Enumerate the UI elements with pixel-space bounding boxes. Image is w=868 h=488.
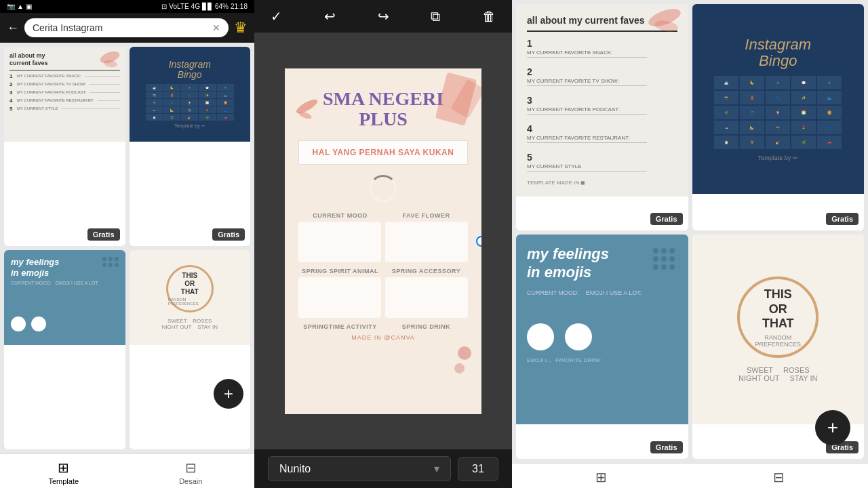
r-gratis-badge-1: Gratis — [650, 213, 683, 225]
canvas-footer: MADE IN @CANVA — [285, 334, 481, 341]
template-icon: ⊞ — [58, 460, 69, 476]
search-clear-button[interactable]: ✕ — [212, 22, 220, 33]
right-add-fab-button[interactable]: + — [815, 410, 850, 445]
bottom-toolbar: Nunito ▾ 31 — [254, 449, 512, 488]
check-button[interactable]: ✓ — [268, 5, 285, 27]
editor-panel: ✓ ↩ ↪ ⧉ 🗑 SMA NEGERI PLUS HAL YANG PERNA… — [254, 0, 512, 488]
templates-grid: all about mycurrent faves 1MY CURRENT FA… — [0, 43, 254, 453]
right-panel-wrapper: all about my current faves 1MY CURRENT F… — [512, 0, 868, 488]
font-selector[interactable]: Nunito ▾ — [268, 456, 451, 481]
right-template-card-1[interactable]: all about my current faves 1MY CURRENT F… — [516, 4, 688, 230]
section-label-mood: CURRENT MOOD — [298, 212, 382, 219]
volte-icon: VoLTE — [169, 3, 189, 10]
img-placeholder-3[interactable] — [298, 277, 381, 318]
back-button[interactable]: ← — [7, 21, 19, 35]
redo-button[interactable]: ↪ — [375, 5, 392, 27]
search-input-wrap[interactable]: Cerita Instagram ✕ — [24, 18, 229, 37]
search-text: Cerita Instagram — [33, 22, 102, 33]
add-fab-button[interactable]: + — [214, 379, 243, 409]
editor-toolbar: ✓ ↩ ↪ ⧉ 🗑 — [254, 0, 512, 33]
loading-spinner — [370, 175, 397, 202]
font-size-box[interactable]: 31 — [458, 457, 498, 481]
right-template-card-3[interactable]: my feelingsin emojis CURRENT MOOD: EMOJI… — [516, 235, 688, 459]
font-dropdown-icon: ▾ — [434, 462, 439, 475]
status-bar: 📷 ▲ ▣ ⊡ VoLTE 4G ▊▊ 64% 21:18 — [0, 0, 254, 13]
right-nav-template[interactable]: ⊞ — [512, 469, 690, 485]
section-label-activity: SPRINGTIME ACTIVITY — [298, 323, 382, 330]
section-label-flower: FAVE FLOWER — [384, 212, 468, 219]
wifi-icon: ▊▊ — [202, 3, 213, 10]
font-name: Nunito — [279, 463, 429, 475]
search-bar: ← Cerita Instagram ✕ ♛ — [0, 13, 254, 43]
template-card-2[interactable]: InstagramBingo ☕🦶✈💬✈ 📸🚪🐾✨👟 🌴🎵🍹🌅🍔 ☁📐📷💄👖 🪞… — [130, 47, 251, 246]
crown-icon: ♛ — [234, 19, 248, 37]
section-label-drink: SPRING DRINK — [384, 323, 468, 330]
canvas-subtitle: HAL YANG PERNAH SAYA KUKAN — [306, 148, 460, 157]
gratis-badge-2: Gratis — [212, 228, 245, 241]
right-design-icon: ⊟ — [773, 469, 785, 485]
section-label-accessory: SPRING ACCESSORY — [384, 268, 468, 274]
right-nav-design[interactable]: ⊟ — [690, 469, 869, 485]
template-label: Template — [48, 477, 79, 485]
copy-button[interactable]: ⧉ — [428, 6, 443, 27]
card4-title: THISORTHAT — [181, 272, 199, 296]
time: 21:18 — [231, 3, 248, 10]
status-right-icons: ⊡ VoLTE 4G ▊▊ 64% 21:18 — [161, 3, 248, 10]
right-template-card-2[interactable]: InstagramBingo ☕🦶✈💬✈ 📸🚪🐾✨👟 🌴🎵🍹🌅🍔 ☁📐📷💄👖 🪞… — [692, 4, 865, 230]
section-label-animal: SPRING SPIRIT ANIMAL — [298, 268, 382, 274]
template-card-3[interactable]: my feelingsin emojis CURRENT MOOD: EMOJI… — [4, 250, 125, 449]
cast-icon: ⊡ — [161, 3, 167, 10]
image-placeholders-2 — [298, 277, 468, 318]
right-template-card-4[interactable]: THISORTHAT RANDOMPREFERENCES SWEET ROSES… — [692, 235, 865, 459]
delete-button[interactable]: 🗑 — [479, 6, 498, 27]
img-placeholder-4[interactable] — [385, 277, 468, 318]
battery-icon: 64% — [215, 3, 229, 10]
r-gratis-badge-3: Gratis — [650, 441, 683, 453]
template-card-4[interactable]: THISORTHAT RANDOM PREFERENCES SWEET ROSE… — [130, 250, 251, 449]
nav-design[interactable]: ⊟ Desain — [127, 460, 255, 485]
r-gratis-badge-2: Gratis — [826, 213, 859, 225]
right-bottom-nav: ⊞ ⊟ — [512, 463, 868, 488]
right-template-icon: ⊞ — [595, 469, 607, 485]
status-left-icons: 📷 ▲ ▣ — [7, 3, 32, 10]
section-labels-3: SPRINGTIME ACTIVITY SPRING DRINK — [298, 323, 468, 330]
editor-canvas[interactable]: SMA NEGERI PLUS HAL YANG PERNAH SAYA KUK… — [254, 33, 512, 449]
right-panel: all about my current faves 1MY CURRENT F… — [512, 0, 868, 488]
image-placeholders-1 — [298, 222, 468, 262]
canvas-content: SMA NEGERI PLUS HAL YANG PERNAH SAYA KUK… — [285, 68, 481, 414]
undo-button[interactable]: ↩ — [321, 5, 338, 27]
card2-title: InstagramBingo — [169, 60, 211, 81]
img-placeholder-2[interactable] — [385, 222, 468, 262]
design-icon: ⊟ — [185, 460, 197, 476]
right-templates-grid: all about my current faves 1MY CURRENT F… — [512, 0, 868, 463]
screen-icon: ▣ — [26, 3, 32, 10]
alert-icon: ▲ — [17, 3, 24, 10]
img-placeholder-1[interactable] — [298, 222, 381, 262]
design-label: Desain — [179, 477, 202, 485]
network-icon: 4G — [191, 3, 200, 10]
gratis-badge-1: Gratis — [87, 228, 120, 241]
r-card2-title: InstagramBingo — [745, 37, 811, 69]
nav-template[interactable]: ⊞ Template — [0, 460, 127, 485]
bottom-nav: ⊞ Template ⊟ Desain — [0, 453, 254, 488]
bingo-grid: ☕🦶✈💬✈ 📸🚪🐾✨👟 🌴🎵🍹🌅🍔 ☁📐📷💄👖 🪞🏋💅🌿🚗 — [146, 84, 234, 121]
r-bingo-grid: ☕🦶✈💬✈ 📸🚪🐾✨👟 🌴🎵🍹🌅🍔 ☁📐📷💄👖 🪞🏋💅🌿🚗 — [714, 76, 842, 149]
resize-handle[interactable] — [476, 236, 481, 247]
r-card4-title: THISORTHAT — [762, 287, 794, 331]
template-card-1[interactable]: all about mycurrent faves 1MY CURRENT FA… — [4, 47, 125, 246]
left-panel: 📷 ▲ ▣ ⊡ VoLTE 4G ▊▊ 64% 21:18 ← Cerita I… — [0, 0, 254, 488]
canvas-subtitle-box[interactable]: HAL YANG PERNAH SAYA KUKAN — [298, 140, 468, 165]
section-labels-2: SPRING SPIRIT ANIMAL SPRING ACCESSORY — [298, 268, 468, 274]
section-labels-1: CURRENT MOOD FAVE FLOWER — [298, 212, 468, 219]
camera-icon: 📷 — [7, 3, 15, 10]
